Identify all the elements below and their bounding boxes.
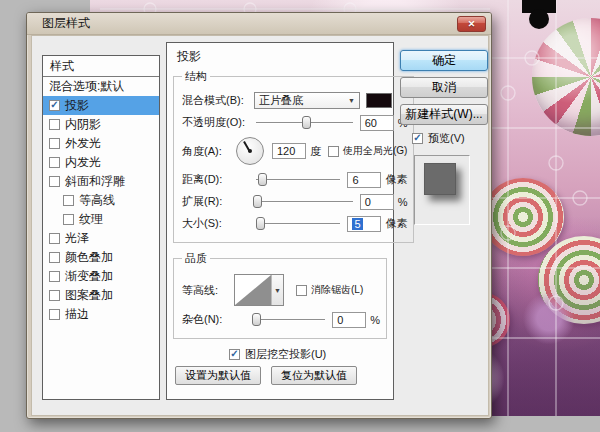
contour-thumbnail <box>235 275 271 305</box>
drop-shadow-checkbox[interactable]: ✓ <box>49 100 60 111</box>
outer-glow-checkbox[interactable] <box>49 138 60 149</box>
angle-row: 角度(A): 120 度 使用全局光(G) <box>182 135 407 167</box>
sidebar-item-bevel-emboss[interactable]: 斜面和浮雕 <box>43 172 159 191</box>
opacity-input[interactable]: 60 <box>360 115 394 131</box>
layer-style-dialog: 图层样式 ✕ 样式 混合选项:默认 ✓ 投影 内阴影 外发光 <box>26 12 492 419</box>
blend-mode-row: 混合模式(B): 正片叠底 ▼ <box>182 91 407 110</box>
size-slider[interactable] <box>254 216 342 231</box>
spread-row: 扩展(R): 0 % <box>182 192 407 211</box>
close-button[interactable]: ✕ <box>457 16 486 32</box>
sidebar-item-color-overlay[interactable]: 颜色叠加 <box>43 248 159 267</box>
sidebar-item-texture[interactable]: 纹理 <box>43 210 159 229</box>
pattern-overlay-checkbox[interactable] <box>49 290 60 301</box>
close-icon: ✕ <box>468 19 476 29</box>
texture-checkbox[interactable] <box>63 214 74 225</box>
layer-knockout-checkbox[interactable]: ✓ <box>229 349 240 360</box>
drop-shadow-panel: 投影 结构 混合模式(B): 正片叠底 ▼ 不透明度(O): <box>166 42 394 400</box>
contour-picker[interactable]: ▼ <box>234 274 284 306</box>
sidebar-item-pattern-overlay[interactable]: 图案叠加 <box>43 286 159 305</box>
dialog-title: 图层样式 <box>42 15 90 32</box>
sidebar-item-outer-glow[interactable]: 外发光 <box>43 134 159 153</box>
shadow-color-swatch[interactable] <box>366 93 392 108</box>
noise-slider-thumb[interactable] <box>252 313 261 326</box>
sidebar-item-inner-shadow[interactable]: 内阴影 <box>43 115 159 134</box>
sidebar-item-contour[interactable]: 等高线 <box>43 191 159 210</box>
opacity-slider[interactable] <box>254 115 355 130</box>
inner-shadow-checkbox[interactable] <box>49 119 60 130</box>
preview-thumbnail <box>414 155 470 225</box>
new-style-button[interactable]: 新建样式(W)... <box>400 104 488 125</box>
noise-slider[interactable] <box>254 312 327 327</box>
size-row: 大小(S): 5 像素 <box>182 214 407 233</box>
chevron-down-icon: ▼ <box>348 97 355 104</box>
contour-picker-row: 等高线: ▼ 消除锯齿(L) <box>182 273 380 307</box>
structure-group: 结构 混合模式(B): 正片叠底 ▼ 不透明度(O): 60 <box>173 69 414 243</box>
anti-alias-checkbox[interactable] <box>296 285 307 296</box>
stroke-checkbox[interactable] <box>49 309 60 320</box>
contour-checkbox[interactable] <box>63 195 74 206</box>
size-input[interactable]: 5 <box>347 216 381 232</box>
preview-checkbox[interactable]: ✓ <box>412 133 423 144</box>
sidebar-item-gradient-overlay[interactable]: 渐变叠加 <box>43 267 159 286</box>
missing-puzzle-piece <box>522 0 556 29</box>
color-overlay-checkbox[interactable] <box>49 252 60 263</box>
reset-default-button[interactable]: 复位为默认值 <box>271 366 357 385</box>
distance-row: 距离(D): 6 像素 <box>182 170 407 189</box>
styles-list-header: 样式 <box>43 56 159 77</box>
sidebar-item-inner-glow[interactable]: 内发光 <box>43 153 159 172</box>
distance-slider[interactable] <box>254 172 342 187</box>
gradient-overlay-checkbox[interactable] <box>49 271 60 282</box>
angle-dial[interactable] <box>236 137 264 165</box>
structure-legend: 结构 <box>182 69 210 84</box>
spread-slider[interactable] <box>254 194 355 209</box>
distance-input[interactable]: 6 <box>347 172 381 188</box>
preview-label: 预览(V) <box>428 131 465 146</box>
blend-mode-select[interactable]: 正片叠底 ▼ <box>254 92 360 109</box>
layer-knockout-row: ✓ 图层挖空投影(U) <box>229 347 393 362</box>
default-buttons-row: 设置为默认值 复位为默认值 <box>175 366 393 385</box>
chevron-down-icon[interactable]: ▼ <box>271 275 283 305</box>
spread-input[interactable]: 0 <box>360 194 394 210</box>
satin-checkbox[interactable] <box>49 233 60 244</box>
opacity-row: 不透明度(O): 60 % <box>182 113 407 132</box>
size-slider-thumb[interactable] <box>256 217 265 230</box>
use-global-light-checkbox[interactable] <box>328 146 339 157</box>
ok-button[interactable]: 确定 <box>400 50 488 71</box>
inner-glow-checkbox[interactable] <box>49 157 60 168</box>
preview-shadow-square <box>424 163 456 195</box>
make-default-button[interactable]: 设置为默认值 <box>175 366 261 385</box>
sidebar-item-blending-options[interactable]: 混合选项:默认 <box>43 77 159 96</box>
styles-list: 样式 混合选项:默认 ✓ 投影 内阴影 外发光 内发光 斜面和 <box>42 55 160 400</box>
quality-group: 品质 等高线: ▼ 消除锯齿(L) 杂色(N): <box>173 251 387 339</box>
dialog-body: 样式 混合选项:默认 ✓ 投影 内阴影 外发光 内发光 斜面和 <box>31 35 489 416</box>
quality-legend: 品质 <box>182 251 210 266</box>
preview-toggle-row: ✓ 预览(V) <box>412 131 488 146</box>
dialog-actions: 确定 取消 新建样式(W)... ✓ 预览(V) <box>400 50 488 225</box>
noise-row: 杂色(N): 0 % <box>182 310 380 329</box>
sidebar-item-stroke[interactable]: 描边 <box>43 305 159 324</box>
panel-heading: 投影 <box>177 48 393 65</box>
opacity-slider-thumb[interactable] <box>302 116 311 129</box>
bevel-emboss-checkbox[interactable] <box>49 176 60 187</box>
angle-input[interactable]: 120 <box>272 143 306 159</box>
dialog-titlebar[interactable]: 图层样式 ✕ <box>27 13 491 35</box>
sidebar-item-satin[interactable]: 光泽 <box>43 229 159 248</box>
distance-slider-thumb[interactable] <box>258 173 267 186</box>
spread-slider-thumb[interactable] <box>253 195 262 208</box>
noise-input[interactable]: 0 <box>332 312 366 328</box>
sidebar-item-drop-shadow[interactable]: ✓ 投影 <box>43 96 159 115</box>
cancel-button[interactable]: 取消 <box>400 77 488 98</box>
